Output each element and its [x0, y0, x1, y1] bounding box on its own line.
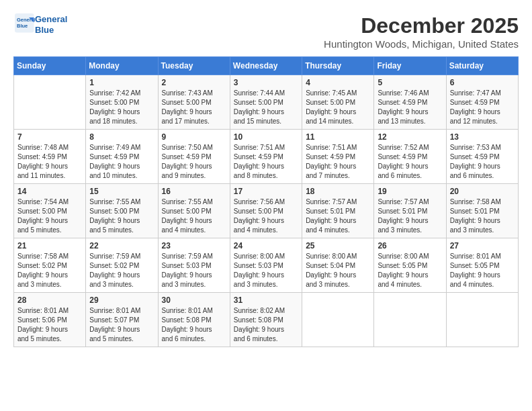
day-number: 4 — [306, 78, 370, 87]
calendar-cell — [14, 75, 86, 130]
calendar-cell: 14Sunrise: 7:54 AM Sunset: 5:00 PM Dayli… — [14, 184, 86, 238]
day-info: Sunrise: 8:01 AM Sunset: 5:05 PM Dayligh… — [450, 252, 515, 289]
day-info: Sunrise: 7:48 AM Sunset: 4:59 PM Dayligh… — [17, 143, 82, 181]
calendar-cell: 3Sunrise: 7:44 AM Sunset: 5:00 PM Daylig… — [230, 75, 302, 130]
week-row-5: 28Sunrise: 8:01 AM Sunset: 5:06 PM Dayli… — [14, 293, 519, 347]
week-row-4: 21Sunrise: 7:58 AM Sunset: 5:02 PM Dayli… — [14, 238, 519, 293]
day-info: Sunrise: 8:00 AM Sunset: 5:04 PM Dayligh… — [306, 252, 370, 289]
header-day-tuesday: Tuesday — [158, 57, 230, 75]
day-number: 20 — [450, 187, 515, 196]
calendar-cell: 20Sunrise: 7:58 AM Sunset: 5:01 PM Dayli… — [446, 184, 518, 238]
calendar-cell: 9Sunrise: 7:50 AM Sunset: 4:59 PM Daylig… — [158, 130, 230, 184]
logo-line1: General — [35, 14, 67, 24]
day-info: Sunrise: 7:55 AM Sunset: 5:00 PM Dayligh… — [162, 197, 226, 235]
day-info: Sunrise: 7:45 AM Sunset: 5:00 PM Dayligh… — [306, 89, 370, 126]
calendar-cell: 26Sunrise: 8:00 AM Sunset: 5:05 PM Dayli… — [374, 238, 446, 293]
day-info: Sunrise: 7:47 AM Sunset: 4:59 PM Dayligh… — [450, 89, 515, 126]
calendar-cell: 24Sunrise: 8:00 AM Sunset: 5:03 PM Dayli… — [230, 238, 302, 293]
day-info: Sunrise: 7:49 AM Sunset: 4:59 PM Dayligh… — [89, 143, 154, 181]
day-info: Sunrise: 7:51 AM Sunset: 4:59 PM Dayligh… — [234, 143, 298, 181]
day-info: Sunrise: 7:42 AM Sunset: 5:00 PM Dayligh… — [89, 89, 154, 126]
calendar-header: SundayMondayTuesdayWednesdayThursdayFrid… — [14, 57, 519, 75]
calendar-cell: 8Sunrise: 7:49 AM Sunset: 4:59 PM Daylig… — [86, 130, 158, 184]
day-info: Sunrise: 7:56 AM Sunset: 5:00 PM Dayligh… — [234, 197, 298, 235]
calendar-cell: 6Sunrise: 7:47 AM Sunset: 4:59 PM Daylig… — [446, 75, 518, 130]
calendar-cell: 12Sunrise: 7:52 AM Sunset: 4:59 PM Dayli… — [374, 130, 446, 184]
day-number: 6 — [450, 78, 515, 87]
calendar-cell: 4Sunrise: 7:45 AM Sunset: 5:00 PM Daylig… — [302, 75, 374, 130]
day-number: 8 — [89, 132, 154, 142]
day-info: Sunrise: 7:51 AM Sunset: 4:59 PM Dayligh… — [306, 143, 370, 181]
calendar-cell — [446, 293, 518, 347]
calendar-cell: 16Sunrise: 7:55 AM Sunset: 5:00 PM Dayli… — [158, 184, 230, 238]
calendar-cell: 13Sunrise: 7:53 AM Sunset: 4:59 PM Dayli… — [446, 130, 518, 184]
day-info: Sunrise: 8:00 AM Sunset: 5:03 PM Dayligh… — [234, 252, 298, 289]
location: Huntington Woods, Michigan, United State… — [324, 38, 519, 50]
calendar-body: 1Sunrise: 7:42 AM Sunset: 5:00 PM Daylig… — [14, 75, 519, 347]
header-day-friday: Friday — [374, 57, 446, 75]
header-day-sunday: Sunday — [14, 57, 86, 75]
day-info: Sunrise: 8:01 AM Sunset: 5:07 PM Dayligh… — [89, 306, 154, 344]
calendar-cell: 15Sunrise: 7:55 AM Sunset: 5:00 PM Dayli… — [86, 184, 158, 238]
calendar-cell: 22Sunrise: 7:59 AM Sunset: 5:02 PM Dayli… — [86, 238, 158, 293]
calendar-cell: 25Sunrise: 8:00 AM Sunset: 5:04 PM Dayli… — [302, 238, 374, 293]
day-info: Sunrise: 7:58 AM Sunset: 5:02 PM Dayligh… — [17, 252, 82, 289]
calendar-cell: 21Sunrise: 7:58 AM Sunset: 5:02 PM Dayli… — [14, 238, 86, 293]
day-info: Sunrise: 7:52 AM Sunset: 4:59 PM Dayligh… — [378, 143, 442, 181]
day-number: 26 — [378, 241, 442, 250]
day-number: 9 — [162, 132, 226, 142]
calendar-cell: 30Sunrise: 8:01 AM Sunset: 5:08 PM Dayli… — [158, 293, 230, 347]
day-number: 11 — [306, 132, 370, 142]
day-number: 3 — [234, 78, 298, 87]
day-number: 23 — [162, 241, 226, 250]
calendar-cell: 5Sunrise: 7:46 AM Sunset: 4:59 PM Daylig… — [374, 75, 446, 130]
calendar-cell: 23Sunrise: 7:59 AM Sunset: 5:03 PM Dayli… — [158, 238, 230, 293]
day-number: 2 — [162, 78, 226, 87]
day-number: 25 — [306, 241, 370, 250]
day-info: Sunrise: 7:50 AM Sunset: 4:59 PM Dayligh… — [162, 143, 226, 181]
day-number: 17 — [234, 187, 298, 196]
day-info: Sunrise: 8:01 AM Sunset: 5:06 PM Dayligh… — [17, 306, 82, 344]
calendar-cell: 7Sunrise: 7:48 AM Sunset: 4:59 PM Daylig… — [14, 130, 86, 184]
day-info: Sunrise: 8:00 AM Sunset: 5:05 PM Dayligh… — [378, 252, 442, 289]
day-number: 7 — [17, 132, 82, 142]
header-day-monday: Monday — [86, 57, 158, 75]
day-number: 24 — [234, 241, 298, 250]
day-number: 16 — [162, 187, 226, 196]
page-header: General Blue General Blue December 2025 … — [13, 13, 519, 50]
week-row-2: 7Sunrise: 7:48 AM Sunset: 4:59 PM Daylig… — [14, 130, 519, 184]
week-row-3: 14Sunrise: 7:54 AM Sunset: 5:00 PM Dayli… — [14, 184, 519, 238]
calendar-cell: 29Sunrise: 8:01 AM Sunset: 5:07 PM Dayli… — [86, 293, 158, 347]
calendar-cell: 2Sunrise: 7:43 AM Sunset: 5:00 PM Daylig… — [158, 75, 230, 130]
day-info: Sunrise: 7:58 AM Sunset: 5:01 PM Dayligh… — [450, 197, 515, 235]
day-info: Sunrise: 7:57 AM Sunset: 5:01 PM Dayligh… — [378, 197, 442, 235]
day-info: Sunrise: 8:02 AM Sunset: 5:08 PM Dayligh… — [234, 306, 298, 344]
calendar-cell: 27Sunrise: 8:01 AM Sunset: 5:05 PM Dayli… — [446, 238, 518, 293]
day-number: 12 — [378, 132, 442, 142]
day-number: 21 — [17, 241, 82, 250]
calendar-cell: 18Sunrise: 7:57 AM Sunset: 5:01 PM Dayli… — [302, 184, 374, 238]
day-number: 27 — [450, 241, 515, 250]
logo-line2: Blue — [35, 25, 54, 35]
day-number: 15 — [89, 187, 154, 196]
day-number: 22 — [89, 241, 154, 250]
calendar-cell: 17Sunrise: 7:56 AM Sunset: 5:00 PM Dayli… — [230, 184, 302, 238]
header-day-thursday: Thursday — [302, 57, 374, 75]
calendar-cell: 31Sunrise: 8:02 AM Sunset: 5:08 PM Dayli… — [230, 293, 302, 347]
logo-icon: General Blue — [15, 13, 35, 34]
day-number: 30 — [162, 295, 226, 305]
day-number: 28 — [17, 295, 82, 305]
day-info: Sunrise: 8:01 AM Sunset: 5:08 PM Dayligh… — [162, 306, 226, 344]
day-number: 29 — [89, 295, 154, 305]
day-info: Sunrise: 7:44 AM Sunset: 5:00 PM Dayligh… — [234, 89, 298, 126]
calendar-cell — [374, 293, 446, 347]
day-info: Sunrise: 7:46 AM Sunset: 4:59 PM Dayligh… — [378, 89, 442, 126]
day-info: Sunrise: 7:54 AM Sunset: 5:00 PM Dayligh… — [17, 197, 82, 235]
week-row-1: 1Sunrise: 7:42 AM Sunset: 5:00 PM Daylig… — [14, 75, 519, 130]
header-row: SundayMondayTuesdayWednesdayThursdayFrid… — [14, 57, 519, 75]
day-number: 10 — [234, 132, 298, 142]
day-number: 31 — [234, 295, 298, 305]
month-title: December 2025 — [324, 13, 519, 38]
header-day-wednesday: Wednesday — [230, 57, 302, 75]
day-number: 14 — [17, 187, 82, 196]
